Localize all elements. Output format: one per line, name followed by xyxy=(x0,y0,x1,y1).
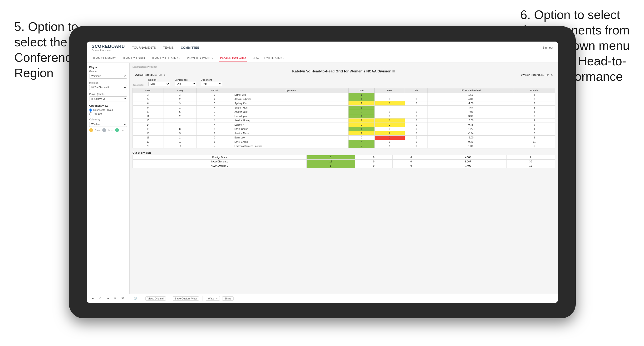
region-filter-select[interactable]: (All) xyxy=(148,82,170,86)
cell-tie: 0 xyxy=(405,136,428,140)
cell-reg: 1 xyxy=(163,106,196,110)
cell-div: 14 xyxy=(133,123,164,127)
sidebar-division-select[interactable]: NCAA Division III xyxy=(89,85,127,90)
overall-record: Overall Record: 353 - 34 - 6 xyxy=(135,74,165,76)
redo-btn2[interactable]: ↪ xyxy=(106,296,110,300)
undo-button[interactable]: ↩ xyxy=(91,296,96,300)
opponent-filter-select[interactable]: (All) xyxy=(201,82,222,86)
tablet-screen: SCOREBOARD Powered by clippd TOURNAMENTS… xyxy=(87,41,558,303)
cell-reg: 3 xyxy=(163,131,196,136)
cell-win: 1 xyxy=(348,97,375,101)
sidebar-player-rank-label: Player (Rank) xyxy=(89,93,127,95)
share-button[interactable]: Share xyxy=(222,296,234,301)
radio-opponents-played[interactable]: Opponents Played xyxy=(89,109,127,112)
sidebar-gender-label: Gender xyxy=(89,70,127,73)
cell-opponent: Esther Lee xyxy=(233,93,348,97)
conference-filter-select[interactable]: (All) xyxy=(174,82,196,86)
cell-reg: 2 xyxy=(163,114,196,119)
cell-loss: 2 xyxy=(375,123,405,127)
subnav-player-h2h-grid[interactable]: PLAYER H2H GRID xyxy=(219,54,247,62)
cell-div: 10 xyxy=(133,110,164,114)
player-h2h-table: # Div # Reg # Conf Opponent Win Loss Tie… xyxy=(132,88,555,149)
cell-win: 1 xyxy=(348,93,375,97)
sidebar-division-label: Division xyxy=(89,81,127,84)
subnav-team-summary[interactable]: TEAM SUMMARY xyxy=(92,55,117,62)
cell-div: 15 xyxy=(133,127,164,131)
cell-rounds: 9 xyxy=(514,123,555,127)
cell-opponent: Eunice Yi xyxy=(233,123,348,127)
cell-reg: 2 xyxy=(163,136,196,140)
cell-opponent: Federica Domecq Lacroze xyxy=(233,144,348,149)
table-row: 19 10 6 Emily Chang 4 1 0 0.30 11 xyxy=(133,140,555,144)
cell-win: 2 xyxy=(348,123,375,127)
filter-row: Opponents: Region (All) Conference (All) xyxy=(132,79,555,86)
cell-loss: 1 xyxy=(375,119,405,123)
cell-conf: 4 xyxy=(196,123,233,127)
sign-out-link[interactable]: Sign out xyxy=(543,46,553,49)
sidebar-gender-select[interactable]: Women's xyxy=(89,74,127,79)
cell-win: 1 xyxy=(348,127,375,131)
subnav-player-summary[interactable]: PLAYER SUMMARY xyxy=(186,55,214,62)
cell-diff: 4.00 xyxy=(428,97,514,101)
cell-tie xyxy=(405,106,428,110)
paste-button[interactable]: ⌘ xyxy=(120,296,125,300)
tablet-device: SCOREBOARD Powered by clippd TOURNAMENTS… xyxy=(69,26,576,318)
separator-2 xyxy=(142,296,142,301)
records-row: Overall Record: 353 - 34 - 6 Division Re… xyxy=(132,74,555,76)
table-row: 18 2 2 Euna Lee 0 2 0 -5.00 2 xyxy=(133,136,555,140)
subnav-team-h2h-grid[interactable]: TEAM H2H GRID xyxy=(122,55,146,62)
cell-div: 13 xyxy=(133,119,164,123)
redo-btn1[interactable]: ⟳ xyxy=(98,296,103,300)
cell-rounds: 3 xyxy=(514,97,555,101)
cell-win: 1 xyxy=(348,101,375,106)
colour-level xyxy=(102,128,106,132)
table-row: 5 2 2 Alexis Sudjianto 1 0 0 4.00 3 xyxy=(133,97,555,101)
cell-div: 9 xyxy=(133,106,164,110)
cell-win: 2 xyxy=(348,110,375,114)
sub-navigation: TEAM SUMMARY TEAM H2H GRID TEAM H2H HEAT… xyxy=(87,54,558,63)
cell-rounds: 3 xyxy=(514,114,555,119)
save-custom-view-button[interactable]: Save Custom View xyxy=(173,296,199,301)
cell-reg: 2 xyxy=(163,97,196,101)
subnav-player-h2h-heatmap[interactable]: PLAYER H2H HEATMAP xyxy=(252,55,285,62)
logo-text: SCOREBOARD xyxy=(92,44,125,49)
sidebar-colour-circles: Down Level Up xyxy=(89,128,127,132)
table-row: 10 6 3 Andrea York 2 0 0 4.00 4 xyxy=(133,110,555,114)
nav-teams[interactable]: TEAMS xyxy=(163,45,174,50)
nav-committee[interactable]: COMMITTEE xyxy=(181,45,199,50)
watch-button[interactable]: Watch ▾ xyxy=(206,296,220,301)
cell-rounds: 3 xyxy=(514,106,555,110)
copy-button[interactable]: ⧉ xyxy=(113,296,118,300)
filter-group-region: Region (All) xyxy=(148,79,170,86)
opponent-filter-label: Opponent xyxy=(201,79,222,81)
subnav-team-h2h-heatmap[interactable]: TEAM H2H HEATMAP xyxy=(150,55,181,62)
cell-loss: 1 xyxy=(375,101,405,106)
separator-1 xyxy=(129,296,129,301)
clock-button[interactable]: 🕐 xyxy=(132,296,138,300)
cell-tie: 0 xyxy=(405,114,428,119)
cell-rounds: 2 xyxy=(514,136,555,140)
opponents-label: Opponents: xyxy=(132,84,144,86)
sidebar-colour-by-select[interactable]: Win/loss xyxy=(89,122,127,127)
colour-down xyxy=(89,128,93,132)
table-row: 13 1 1 Jessica Huang 1 1 0 -3.00 2 xyxy=(133,119,555,123)
cell-diff: -5.00 xyxy=(428,136,514,140)
radio-top100[interactable]: Top 100 xyxy=(89,112,127,115)
main-content: Player Gender Women's Division NCAA Divi… xyxy=(87,63,558,294)
ood-loss: 0 xyxy=(355,160,392,164)
cell-opponent: Jessica Mason xyxy=(233,131,348,136)
colour-down-label: Down xyxy=(95,129,100,131)
sidebar: Player Gender Women's Division NCAA Divi… xyxy=(87,63,130,294)
cell-opponent: Sydney Kuo xyxy=(233,101,348,106)
ood-loss: 0 xyxy=(355,155,392,160)
sidebar-player-rank-select[interactable]: 8. Katelyn Vo xyxy=(89,96,127,101)
cell-div: 18 xyxy=(133,136,164,140)
view-original-button[interactable]: View: Original xyxy=(145,296,166,301)
col-opponent: Opponent xyxy=(233,88,348,93)
col-div: # Div xyxy=(133,88,164,93)
ood-win: 15 xyxy=(306,160,355,164)
ood-tie: 0 xyxy=(392,160,430,164)
cell-diff: 1.50 xyxy=(428,93,514,97)
nav-tournaments[interactable]: TOURNAMENTS xyxy=(132,45,156,50)
cell-conf: 2 xyxy=(196,97,233,101)
